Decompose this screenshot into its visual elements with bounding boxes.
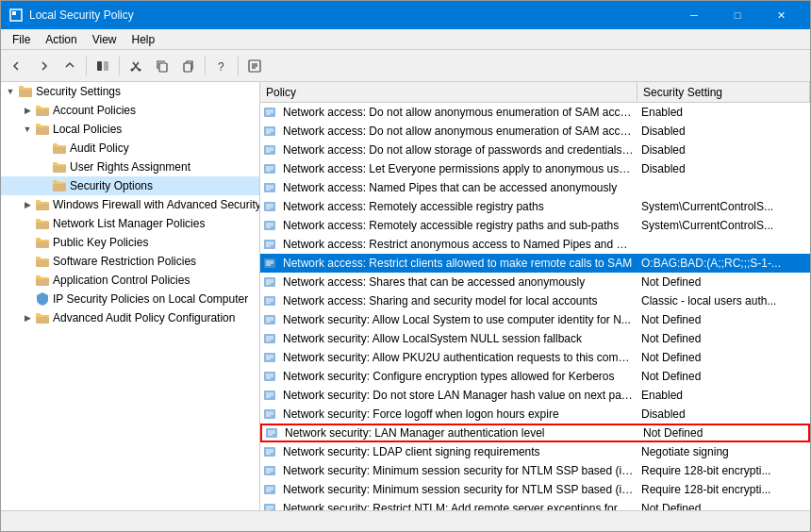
tree-software-restriction[interactable]: Software Restriction Policies [1,252,259,271]
policy-setting: Enabled [637,106,810,119]
policy-icon [260,461,279,480]
tree-local-policies[interactable]: ▼ Local Policies [1,120,259,139]
list-panel: Policy Security Setting Network access: … [260,82,810,510]
policy-setting: System\CurrentControlS... [637,219,810,232]
policy-icon [260,291,279,310]
policy-icon [260,197,279,216]
list-row[interactable]: Network access: Shares that can be acces… [260,273,810,291]
policy-setting: Not Defined [637,502,810,511]
tree-user-rights[interactable]: User Rights Assignment [1,158,259,176]
menu-view[interactable]: View [85,31,124,48]
list-row[interactable]: Network access: Restrict anonymous acces… [260,235,810,254]
account-expand-icon: ▶ [20,103,35,118]
tree-security-options[interactable]: Security Options [1,176,259,195]
account-folder-icon [35,103,50,118]
maximize-button[interactable]: □ [716,1,759,29]
status-bar [1,510,810,531]
svg-rect-3 [104,61,108,71]
policy-name: Network security: Allow Local System to … [279,313,637,326]
tree-audit-policy[interactable]: Audit Policy [1,139,259,158]
list-row[interactable]: Network access: Restrict clients allowed… [260,254,810,273]
list-row[interactable]: Network security: Minimum session securi… [260,480,810,499]
policy-icon [260,141,279,159]
export-button[interactable] [242,54,267,78]
main-window: Local Security Policy ─ □ ✕ File Action … [0,0,811,532]
policy-name: Network security: Minimum session securi… [279,483,637,496]
title-bar: Local Security Policy ─ □ ✕ [1,1,810,29]
policy-setting: Classic - local users auth... [637,294,810,308]
policy-setting: System\CurrentControlS... [637,200,810,213]
list-row[interactable]: Network security: LAN Manager authentica… [260,424,810,442]
help-button[interactable]: ? [209,54,234,78]
back-button[interactable] [5,54,29,78]
list-row[interactable]: Network access: Do not allow anonymous e… [260,122,810,141]
minimize-button[interactable]: ─ [672,1,716,29]
toolbar-separator-1 [86,57,87,75]
policy-setting: Not Defined [637,332,810,345]
policy-setting: Not Defined [637,370,810,383]
list-row[interactable]: Network access: Remotely accessible regi… [260,216,810,235]
show-hide-button[interactable] [91,54,115,78]
setting-column-header[interactable]: Security Setting [637,82,810,103]
list-row[interactable]: Network access: Remotely accessible regi… [260,197,810,216]
menu-action[interactable]: Action [38,31,84,48]
policy-setting: Enabled [637,389,810,402]
list-row[interactable]: Network security: Do not store LAN Manag… [260,386,810,405]
list-row[interactable]: Network access: Let Everyone permissions… [260,159,810,178]
tree-windows-firewall[interactable]: ▶ Windows Firewall with Advanced Securit… [1,195,259,214]
tree-public-key[interactable]: Public Key Policies [1,233,259,252]
policy-column-header[interactable]: Policy [260,82,637,103]
pubkey-folder-icon [35,235,50,250]
policy-name: Network access: Remotely accessible regi… [279,219,637,232]
policy-name: Network access: Sharing and security mod… [279,294,637,308]
tree-ip-security[interactable]: IP Security Policies on Local Computer [1,290,259,308]
policy-name: Network access: Restrict anonymous acces… [279,238,637,251]
list-row[interactable]: Network access: Do not allow storage of … [260,141,810,159]
ipsec-expand-icon [20,291,35,307]
list-row[interactable]: Network access: Do not allow anonymous e… [260,103,810,122]
toolbar-separator-2 [119,57,120,75]
policy-name: Network access: Do not allow anonymous e… [279,125,637,138]
tree-application-control[interactable]: Application Control Policies [1,271,259,290]
list-row[interactable]: Network security: Allow PKU2U authentica… [260,348,810,367]
list-row[interactable]: Network security: LDAP client signing re… [260,442,810,461]
close-button[interactable]: ✕ [759,1,803,29]
tree-advanced-audit[interactable]: ▶ Advanced Audit Policy Configuration [1,308,259,327]
list-row[interactable]: Network security: Force logoff when logo… [260,405,810,424]
software-expand-icon [20,254,35,269]
tree-root[interactable]: ▼ Security Settings [1,82,259,101]
software-restriction-label: Software Restriction Policies [53,255,196,268]
policy-name: Network access: Do not allow storage of … [279,143,637,157]
policy-icon [260,310,279,329]
copy-button[interactable] [150,54,174,78]
cut-button[interactable] [124,54,148,78]
policy-setting: Not Defined [637,351,810,364]
list-row[interactable]: Network security: Allow LocalSystem NULL… [260,329,810,348]
policy-setting: Disabled [637,143,810,157]
policy-name: Network security: Allow PKU2U authentica… [279,351,637,364]
paste-button[interactable] [176,54,201,78]
menu-help[interactable]: Help [124,31,163,48]
menu-file[interactable]: File [5,31,38,48]
list-body[interactable]: Network access: Do not allow anonymous e… [260,103,810,510]
tree-network-list[interactable]: Network List Manager Policies [1,214,259,233]
root-expand-icon: ▼ [3,84,18,99]
list-row[interactable]: Network access: Named Pipes that can be … [260,178,810,197]
list-row[interactable]: Network security: Configure encryption t… [260,367,810,386]
list-row[interactable]: Network security: Restrict NTLM: Add rem… [260,499,810,510]
up-button[interactable] [58,54,82,78]
tree-account-policies[interactable]: ▶ Account Policies [1,101,259,120]
advanced-audit-label: Advanced Audit Policy Configuration [53,311,235,324]
svg-rect-109 [264,504,275,511]
policy-icon [260,480,279,499]
list-row[interactable]: Network security: Minimum session securi… [260,461,810,480]
network-list-label: Network List Manager Policies [53,217,205,230]
list-row[interactable]: Network security: Allow Local System to … [260,310,810,329]
forward-button[interactable] [31,54,56,78]
policy-icon [260,442,279,461]
pubkey-expand-icon [20,235,35,250]
policy-setting: Require 128-bit encrypti... [637,483,810,496]
policy-setting: Not Defined [637,313,810,326]
list-row[interactable]: Network access: Sharing and security mod… [260,291,810,310]
svg-point-5 [139,68,141,71]
